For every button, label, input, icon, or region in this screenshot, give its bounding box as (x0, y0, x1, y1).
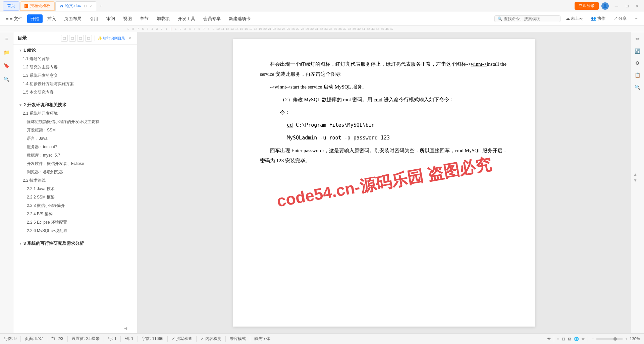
menu-dev[interactable]: 开发工具 (174, 14, 199, 23)
menu-start[interactable]: 开始 (27, 14, 43, 23)
toc-item-2-1[interactable]: 2.1 系统的开发环境 (13, 109, 137, 118)
winnt-link-2: winnt-> (274, 84, 290, 90)
search-input[interactable] (504, 16, 557, 21)
code-block-1: cd C:\Program Files\MySQL\bin (287, 120, 508, 130)
menu-layout[interactable]: 页面布局 (61, 14, 85, 23)
search-panel-icon[interactable]: 🔍 (3, 75, 11, 83)
clipboard-icon[interactable]: 📋 (634, 71, 642, 79)
more-button[interactable]: ⋯ (632, 15, 641, 22)
toc-item-2-2[interactable]: 2.2 技术路线 (13, 176, 137, 185)
toc-item-1[interactable]: ▼ 1 绪论 (13, 46, 137, 55)
menu-addons[interactable]: 加载项 (153, 14, 173, 23)
toc-item-1-1[interactable]: 1.1 选题的背景 (13, 55, 137, 63)
doc-content[interactable]: 栏会出现一个红绿灯的图标，红灯亮代表服务停止，绿灯亮代表服务正常，左击这个图标-… (260, 59, 508, 166)
collab-button[interactable]: 👥 协作 (588, 15, 608, 22)
nav-icon[interactable]: ≡ (3, 35, 11, 43)
ai-toc-button[interactable]: ✨ 智能识别目录 (98, 36, 125, 41)
search-box[interactable]: 🔍 (494, 15, 560, 22)
doc-page: code54.cn-源码乐园 盗图必究 栏会出现一个红绿灯的图标，红灯亮代表服务… (233, 39, 535, 327)
menu-member[interactable]: 会员专享 (200, 14, 224, 23)
toc-item-2[interactable]: ▼ 2 开发环境和相关技术 (13, 101, 137, 109)
bookmarks-icon[interactable]: 🔖 (3, 62, 11, 70)
minimize-button[interactable]: ─ (611, 3, 622, 9)
spell-check-status[interactable]: ✓ 拼写检查 (172, 336, 192, 342)
eye-icon[interactable]: 👁 (547, 337, 551, 341)
toc-tool-3[interactable]: □ (77, 35, 84, 42)
tab-doc[interactable]: W 论文.doc ⊟ × (55, 1, 96, 11)
doc-area[interactable]: ◀ code54.cn-源码乐园 盗图必究 栏会出现一个红绿灯的图标，红灯亮代表… (138, 32, 631, 333)
cloud-icon: ☁ (566, 16, 570, 21)
doc-para-1: 栏会出现一个红绿灯的图标，红灯亮代表服务停止，绿灯亮代表服务正常，左击这个图标-… (260, 59, 508, 79)
status-section: 节: 2/3 (51, 336, 63, 342)
toc-item-2-2-5[interactable]: 2.2.5 Eclipse 环境配置 (13, 218, 137, 227)
view-page-icon[interactable]: ⊟ (562, 337, 565, 341)
main-layout: ≡ 📁 🔖 🔍 目录 □ □ □ □ ✨ 智能识别目录 × (0, 32, 644, 333)
doc-tab-label: 论文.doc (65, 3, 81, 9)
toc-item-3[interactable]: ▼ 3 系统的可行性研究及需求分析 (13, 239, 137, 248)
code-block-2: MySQLadmin -u root -p password 123 (287, 133, 508, 143)
toc-tool-4[interactable]: □ (85, 35, 92, 42)
menu-bar: ≡ ≡ 文件 开始 插入 页面布局 引用 审阅 视图 章节 加载项 开发工具 会… (0, 12, 644, 25)
menu-view[interactable]: 视图 (120, 14, 135, 23)
home-tab-label: 首页 (7, 3, 15, 9)
toc-item-2-2-6[interactable]: 2.2.6 MySQL 环境配置 (13, 227, 137, 235)
menu-insert[interactable]: 插入 (44, 14, 59, 23)
restore-button[interactable]: □ (624, 3, 631, 9)
search-icon: 🔍 (497, 16, 502, 21)
view-edit-icon[interactable]: ✏ (582, 337, 585, 341)
cloud-button[interactable]: ☁ 未上云 (563, 15, 586, 22)
close-button[interactable]: × (633, 3, 641, 9)
zoom-icon[interactable]: 🔍 (634, 83, 642, 91)
toc-item-1-2[interactable]: 1.2 研究的主要内容 (13, 63, 137, 71)
edit-icon[interactable]: ✏ (634, 35, 642, 43)
menu-right-area: 🔍 ☁ 未上云 👥 协作 ↗ 分享 ⋯ (494, 15, 641, 22)
view-lines-icon[interactable]: ≡ (557, 337, 559, 341)
files-icon[interactable]: 📁 (3, 48, 11, 56)
toc-item-1-3[interactable]: 1.3 系统开发的意义 (13, 71, 137, 80)
cmd-link: cmd (374, 97, 382, 102)
toc-item-devtools: 开发软件：微信开发者、Eclipse (13, 160, 137, 168)
toc-item-2-2-1[interactable]: 2.2.1 Java 技术 (13, 185, 137, 193)
menu-cite[interactable]: 引用 (86, 14, 102, 23)
zoom-out-button[interactable]: － (591, 336, 595, 342)
view-web-icon[interactable]: 🌐 (574, 337, 579, 341)
menu-review[interactable]: 审阅 (103, 14, 118, 23)
tab-template[interactable]: 🅿 找稻壳模板 (20, 1, 55, 11)
toc-arrow-2: ▼ (19, 103, 22, 107)
zoom-slider[interactable] (596, 338, 623, 340)
view-split-icon[interactable]: ⊠ (568, 337, 571, 341)
register-button[interactable]: 立即登录 (575, 2, 599, 10)
toc-item-db: 数据库：mysql 5.7 (13, 151, 137, 160)
menu-new-tab[interactable]: 新建选项卡 (225, 14, 254, 23)
toc-tool-1[interactable]: □ (61, 35, 68, 42)
zoom-thumb[interactable] (613, 337, 617, 341)
toc-item-2-2-2[interactable]: 2.2.2 SSM 框架 (13, 193, 137, 202)
sync-icon[interactable]: 🔄 (634, 47, 642, 55)
toc-item-1-5[interactable]: 1.5 本文研究内容 (13, 88, 137, 97)
toc-item-2-2-4[interactable]: 2.2.4 B/S 架构 (13, 210, 137, 218)
menu-file[interactable]: ≡ ≡ 文件 (3, 14, 26, 23)
doc-tab-close[interactable]: × (90, 4, 92, 8)
file-icon: ≡ (6, 16, 9, 21)
doc-para-5: 回车出现 Enter password:，这是要输入原密码。刚安装时密码为空，所… (260, 146, 508, 166)
zoom-in-button[interactable]: ＋ (624, 336, 628, 342)
sidebar-close-button[interactable]: × (126, 35, 133, 42)
toc-item-2-2-3[interactable]: 2.2.3 微信小程序简介 (13, 202, 137, 210)
status-words: 字数: 11666 (142, 336, 163, 342)
content-check-status[interactable]: ✓ 内容检测 (201, 336, 221, 342)
share-icon: ↗ (613, 16, 618, 21)
toc-tool-2[interactable]: □ (69, 35, 76, 42)
menu-chapter[interactable]: 章节 (137, 14, 152, 23)
toc-item-1-4[interactable]: 1.4 初步设计方法与实施方案 (13, 80, 137, 88)
scroll-down-arrow[interactable]: ▼ (633, 178, 637, 183)
scroll-up-arrow[interactable]: ▲ (633, 172, 637, 177)
sidebar-header: 目录 □ □ □ □ ✨ 智能识别目录 × (13, 32, 137, 45)
share-button[interactable]: ↗ 分享 (611, 15, 629, 22)
settings-panel-icon[interactable]: ⚙ (634, 59, 642, 67)
add-tab-button[interactable]: + (97, 2, 105, 10)
status-bar: 行数: 9 页面: 9/37 节: 2/3 设置值: 2.5厘米 行: 1 列:… (0, 333, 644, 344)
doc-para-4: 令： (280, 107, 508, 117)
toc-item-2-1-desc: 懂球短视频微信小程序的开发环境主要有: (13, 118, 137, 126)
toc-arrow-1: ▼ (19, 49, 22, 52)
tab-home[interactable]: 首页 (3, 1, 19, 11)
